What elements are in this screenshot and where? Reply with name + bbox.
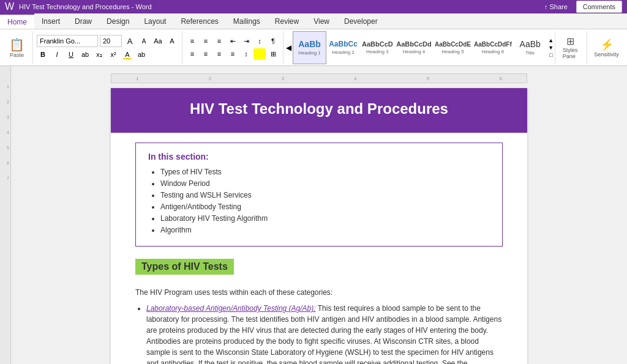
subscript-button[interactable]: x₂ — [93, 49, 105, 60]
font-size-input[interactable] — [100, 35, 122, 47]
highlight-button[interactable]: ab — [135, 49, 148, 60]
list-item: Window Period — [160, 179, 490, 188]
top-right-actions: ↑ Share Comments — [538, 1, 622, 13]
tab-view[interactable]: View — [306, 13, 337, 29]
heading5-label: Heading 5 — [441, 49, 464, 54]
share-icon: ↑ — [544, 3, 548, 10]
section-box: In this section: Types of HIV Tests Wind… — [135, 143, 503, 247]
shading-button[interactable] — [253, 48, 266, 59]
superscript-button[interactable]: x² — [107, 49, 119, 60]
sort-button[interactable]: ↕ — [253, 35, 266, 46]
change-case-button[interactable]: Aa — [152, 35, 164, 46]
heading5-preview: AaBbCcDdE — [435, 41, 471, 48]
bold-button[interactable]: B — [37, 49, 49, 60]
decrease-indent-button[interactable]: ⇤ — [227, 35, 239, 46]
word-logo: W — [5, 1, 14, 12]
font-color-button[interactable]: A — [121, 49, 133, 60]
increase-indent-button[interactable]: ⇥ — [240, 35, 252, 46]
title-bar: W HIV Test Technology and Procedures - W… — [0, 0, 627, 13]
ribbon-tabs: Home Insert Draw Design Layout Reference… — [0, 13, 627, 29]
tab-developer[interactable]: Developer — [337, 13, 385, 29]
underline-button[interactable]: U — [65, 49, 77, 60]
left-ruler: 1 2 3 4 5 6 7 — [0, 66, 11, 364]
ruler-4: 4 — [7, 130, 9, 135]
types-heading-container: Types of HIV Tests — [135, 259, 503, 281]
shrink-font-button[interactable]: A — [138, 35, 150, 46]
style-heading5[interactable]: AaBbCcDdE Heading 5 — [433, 31, 472, 64]
comments-button[interactable]: Comments — [576, 1, 622, 13]
line-spacing-button[interactable]: ↕ — [240, 48, 252, 59]
styles-pane-button[interactable]: ⊞ StylesPane — [555, 31, 585, 64]
ruler-6: 6 — [7, 161, 9, 165]
tab-draw[interactable]: Draw — [67, 13, 99, 29]
page-body: In this section: Types of HIV Tests Wind… — [111, 133, 527, 364]
strikethrough-button[interactable]: ab — [79, 49, 91, 60]
multilevel-list-button[interactable]: ≡ — [213, 35, 225, 46]
lab-test-link[interactable]: Laboratory-based Antigen/Antibody Testin… — [146, 304, 316, 313]
ruler-2: 2 — [7, 100, 9, 104]
align-center-button[interactable]: ≡ — [200, 48, 212, 59]
heading3-preview: AaBbCcD — [362, 40, 393, 48]
ruler-3: 3 — [7, 115, 9, 119]
ribbon-body: 📋 Paste A A Aa A B I U ab x₂ x² A — [0, 29, 627, 66]
ruler-1: 1 — [7, 84, 9, 89]
tab-design[interactable]: Design — [99, 13, 137, 29]
font-name-input[interactable] — [37, 35, 98, 47]
expand-icon: □ — [549, 52, 552, 58]
heading2-label: Heading 2 — [332, 50, 354, 55]
list-item: Antigen/Antibody Testing — [160, 202, 490, 211]
lab-test-text: This test requires a blood sample to be … — [146, 304, 501, 364]
gallery-nav-up-button[interactable]: ▲ ▼ □ — [547, 31, 555, 64]
document-area: 1 2 3 4 5 6 7 123456 HIV Test Technology… — [0, 66, 627, 364]
page-header-banner: HIV Test Technology and Procedures — [111, 88, 527, 133]
paste-button[interactable]: 📋 Paste — [5, 35, 29, 60]
title-preview: AaBb — [520, 39, 541, 49]
style-heading6[interactable]: AaBbCcDdFf Heading 6 — [473, 31, 514, 64]
paste-icon: 📋 — [9, 37, 24, 52]
italic-button[interactable]: I — [51, 49, 63, 60]
ruler-7: 7 — [7, 176, 9, 180]
tab-references[interactable]: References — [173, 13, 225, 29]
grow-font-button[interactable]: A — [124, 35, 136, 46]
styles-pane-icon: ⊞ — [566, 35, 574, 47]
align-left-button[interactable]: ≡ — [186, 48, 198, 59]
page-title: HIV Test Technology and Procedures — [135, 100, 503, 117]
heading3-label: Heading 3 — [366, 49, 388, 54]
document-page: HIV Test Technology and Procedures In th… — [111, 88, 527, 364]
clear-format-button[interactable]: A — [166, 35, 178, 46]
style-title[interactable]: AaBb Title — [513, 31, 547, 64]
intro-paragraph: The HIV Program uses tests within each o… — [135, 287, 503, 298]
font-section: A A Aa A B I U ab x₂ x² A ab — [33, 31, 182, 64]
numbered-list-button[interactable]: ≡ — [200, 35, 212, 46]
tab-home[interactable]: Home — [0, 13, 34, 29]
section-heading: In this section: — [148, 152, 490, 162]
justify-button[interactable]: ≡ — [227, 48, 239, 59]
style-heading1[interactable]: AaBb Heading 1 — [293, 31, 326, 64]
show-marks-button[interactable]: ¶ — [267, 35, 279, 46]
tab-layout[interactable]: Layout — [137, 13, 173, 29]
sensitivity-icon: ⚡ — [600, 38, 614, 51]
share-button[interactable]: ↑ Share — [538, 1, 574, 12]
list-item: Testing and WSLH Services — [160, 191, 490, 199]
style-heading3[interactable]: AaBbCcD Heading 3 — [360, 31, 395, 64]
style-heading4[interactable]: AaBbCcDd Heading 4 — [395, 31, 434, 64]
style-heading2[interactable]: AaBbCc Heading 2 — [326, 31, 360, 64]
tab-mailings[interactable]: Mailings — [226, 13, 268, 29]
chevron-down-icon: ▼ — [548, 45, 554, 51]
borders-button[interactable]: ⊞ — [267, 48, 279, 59]
list-item: Laboratory HIV Testing Algorithm — [160, 214, 490, 223]
styles-pane-label: StylesPane — [563, 47, 578, 59]
filename: HIV Test Technology and Procedures - Wor… — [19, 3, 151, 10]
bullet-list-button[interactable]: ≡ — [186, 35, 198, 46]
page-scroll[interactable]: 123456 HIV Test Technology and Procedure… — [11, 66, 627, 364]
heading2-preview: AaBbCc — [329, 40, 358, 48]
gallery-prev-button[interactable]: ◀ — [285, 31, 293, 64]
body-list-item-1: Laboratory-based Antigen/Antibody Testin… — [146, 303, 503, 364]
sensitivity-button[interactable]: ⚡ Sensitivity — [587, 31, 626, 64]
heading1-label: Heading 1 — [298, 50, 320, 56]
paragraph-section: ≡ ≡ ≡ ⇤ ⇥ ↕ ¶ ≡ ≡ ≡ ≡ ↕ ⊞ — [182, 31, 283, 64]
tab-insert[interactable]: Insert — [34, 13, 67, 29]
tab-review[interactable]: Review — [268, 13, 306, 29]
top-ruler: 123456 — [111, 73, 527, 83]
align-right-button[interactable]: ≡ — [213, 48, 225, 59]
